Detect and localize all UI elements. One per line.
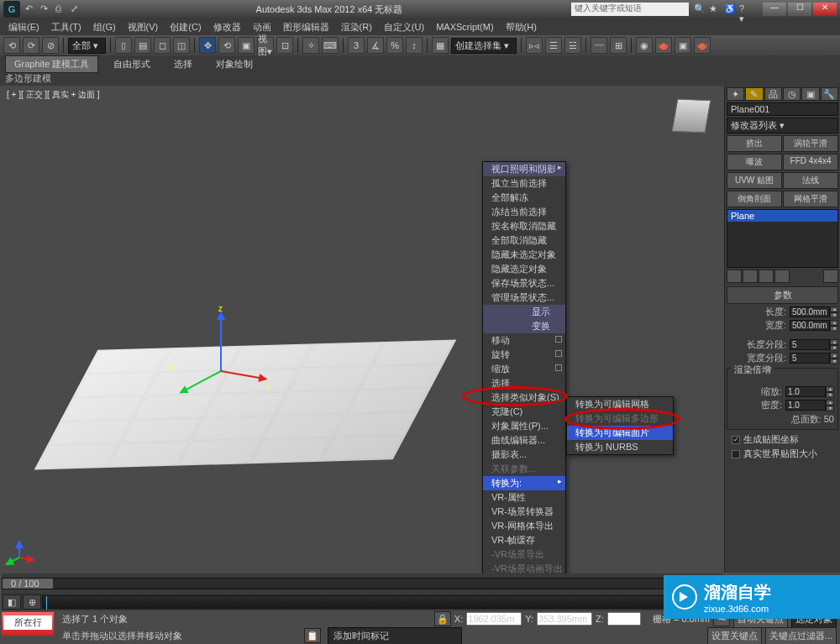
menu-item[interactable]: MAXScript(M) (431, 20, 498, 34)
autokey-indicator[interactable]: 所在行 (2, 612, 54, 636)
context-menu-item[interactable]: 对象属性(P)... (483, 419, 565, 433)
context-menu-item[interactable]: 转换为可编辑多边形 (567, 411, 673, 426)
modifier-list-combo[interactable]: 修改器列表 ▾ (727, 118, 838, 134)
pivot-icon[interactable]: ⊡ (276, 37, 293, 54)
context-menu-item[interactable]: 按名称取消隐藏 (483, 219, 565, 233)
modifier-button[interactable]: 涡轮平滑 (783, 135, 838, 152)
pin-stack-icon[interactable] (727, 270, 742, 283)
menu-item[interactable]: 组(G) (88, 19, 121, 35)
qat-icon[interactable]: ⎙ (55, 3, 67, 15)
info-icon[interactable]: ♿ (724, 3, 736, 15)
context-menu-item[interactable]: 视口照明和阴影 (483, 162, 565, 176)
context-menu-item[interactable]: 曲线编辑器... (483, 433, 565, 448)
density-input[interactable] (785, 400, 826, 411)
material-icon[interactable]: ◉ (636, 37, 653, 54)
menu-item[interactable]: 工具(T) (46, 19, 87, 35)
menu-item[interactable]: 帮助(H) (501, 19, 542, 35)
context-menu-item[interactable]: 隐藏未选定对象 (483, 248, 565, 262)
plane-object[interactable] (34, 340, 457, 470)
modifier-stack[interactable]: Plane (727, 209, 838, 268)
maximize-button[interactable]: ☐ (788, 3, 811, 16)
ribbon-tab-select[interactable]: 选择 (165, 56, 201, 72)
show-end-icon[interactable] (743, 270, 758, 283)
ribbon-tab-graphite[interactable]: Graphite 建模工具 (5, 55, 98, 73)
context-menu-item[interactable]: 转换为可编辑面片 (567, 426, 673, 440)
stack-item[interactable]: Plane (727, 210, 837, 222)
modifier-button[interactable]: 曝波 (727, 154, 782, 170)
manip-icon[interactable]: ✧ (302, 37, 319, 54)
modifier-button[interactable]: 法线 (783, 172, 838, 189)
rotate-icon[interactable]: ⟲ (218, 37, 235, 54)
context-menu-item[interactable]: VR-帧缓存 (483, 533, 565, 547)
context-menu-item[interactable]: 转换为可编辑网格 (567, 397, 673, 411)
timeline-add-icon[interactable]: ⊕ (23, 594, 41, 610)
length-input[interactable] (790, 306, 830, 317)
context-menu-item[interactable]: 全部取消隐藏 (483, 233, 565, 248)
unique-icon[interactable] (759, 270, 774, 283)
context-menu-item[interactable]: 保存场景状态... (483, 276, 565, 291)
qat-icon[interactable]: ⤢ (71, 3, 82, 15)
render-setup-icon[interactable]: 🫖 (655, 37, 672, 54)
render-icon[interactable]: 🫖 (694, 37, 711, 54)
bind-icon[interactable]: ⊘ (42, 37, 59, 54)
coord-x-input[interactable] (466, 612, 522, 626)
remove-mod-icon[interactable] (774, 270, 790, 283)
context-menu-item[interactable]: 克隆(C) (483, 405, 565, 419)
window-cross-icon[interactable]: ◫ (173, 37, 190, 54)
context-menu-item[interactable]: 隐藏选定对象 (483, 262, 565, 276)
context-menu-item[interactable]: 转换为 NURBS (567, 440, 673, 454)
viewport-label[interactable]: [ + ][ 正交 ][ 真实 + 边面 ] (7, 89, 100, 101)
percent-snap-icon[interactable]: % (386, 37, 403, 54)
context-menu-item[interactable]: 缩放 (483, 362, 565, 376)
context-menu-item[interactable]: 选择类似对象(S) (483, 390, 565, 405)
scale-input[interactable] (785, 386, 826, 397)
viewcube[interactable] (669, 94, 714, 139)
minimize-button[interactable]: — (763, 3, 786, 16)
ribbon-tab-freeform[interactable]: 自由形式 (105, 56, 159, 72)
modify-tab-icon[interactable]: ✎ (745, 87, 763, 101)
scale-icon[interactable]: ▣ (238, 37, 255, 54)
unlink-icon[interactable]: ⟳ (23, 37, 39, 54)
menu-item[interactable]: 自定义(U) (379, 19, 429, 35)
qat-icon[interactable]: ↶ (25, 3, 37, 15)
schematic-icon[interactable]: ⊞ (610, 37, 627, 54)
menu-item[interactable]: 渲染(R) (336, 19, 377, 35)
modifier-button[interactable]: UVW 贴图 (727, 172, 782, 189)
qat-icon[interactable]: ↷ (40, 3, 52, 15)
coord-z-input[interactable] (607, 612, 641, 626)
select-icon[interactable]: ▯ (115, 37, 132, 54)
context-menu-item[interactable]: VR-属性 (483, 490, 565, 505)
rect-select-icon[interactable]: ◻ (154, 37, 171, 54)
filter-combo[interactable]: 全部 ▾ (68, 38, 106, 54)
close-button[interactable]: ✕ (813, 3, 837, 16)
modifier-button[interactable]: 挤出 (727, 135, 782, 152)
named-sel-icon[interactable]: ▦ (432, 37, 449, 54)
context-menu-item[interactable]: VR-网格体导出 (483, 519, 565, 533)
name-select-icon[interactable]: ▤ (134, 37, 151, 54)
context-menu-item[interactable]: 旋转 (483, 348, 565, 362)
add-time-tag[interactable]: 添加时间标记 (328, 627, 462, 645)
width-input[interactable] (790, 320, 830, 331)
context-menu-item[interactable]: 移动 (483, 333, 565, 348)
modifier-button[interactable]: 倒角剖面 (727, 191, 782, 207)
menu-item[interactable]: 视图(V) (123, 19, 164, 35)
menu-item[interactable]: 图形编辑器 (278, 19, 334, 35)
ribbon-panel-polymodel[interactable]: 多边形建模 (0, 72, 840, 86)
layer-icon[interactable]: ☱ (564, 37, 581, 54)
motion-tab-icon[interactable]: ◷ (783, 87, 801, 101)
snap-icon[interactable]: 3 (348, 37, 365, 54)
display-tab-icon[interactable]: ▣ (801, 87, 819, 101)
ribbon-tab-paint[interactable]: 对象绘制 (207, 56, 261, 72)
align-icon[interactable]: ☰ (545, 37, 562, 54)
wseg-input[interactable] (790, 353, 830, 364)
context-menu-item[interactable]: 管理场景状态... (483, 291, 565, 305)
spinner-snap-icon[interactable]: ↕ (406, 37, 423, 54)
keyfilter-button[interactable]: 关键点过滤器... (765, 627, 837, 645)
modifier-button[interactable]: FFD 4x4x4 (783, 154, 838, 170)
gen-map-checkbox[interactable]: ✓ (732, 436, 740, 444)
help-icon[interactable]: 🔍 (694, 3, 706, 15)
setkey-button[interactable]: 设置关键点 (707, 627, 762, 645)
context-menu-item[interactable]: -VR场景导出 (483, 547, 565, 562)
lock-icon[interactable]: 🔒 (434, 611, 451, 626)
context-menu-item[interactable]: 全部解冻 (483, 191, 565, 205)
